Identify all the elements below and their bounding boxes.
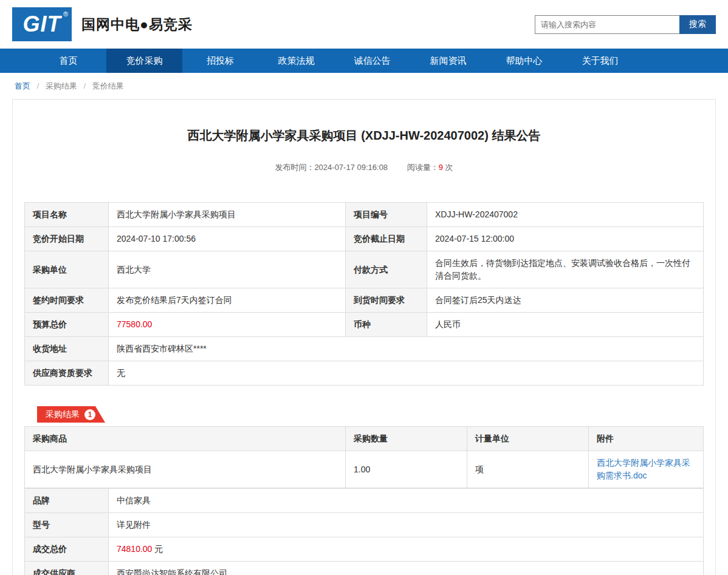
table-row: 项目名称 西北大学附属小学家具采购项目 项目编号 XDJJ-HW-2024070… [25, 203, 704, 227]
purchase-result-badge: 采购结果 1 [37, 406, 105, 423]
deal-total-price-value: 74810.00 [117, 544, 152, 554]
nav-item-bidding-purchase[interactable]: 竞价采购 [106, 49, 182, 73]
field-value: 详见附件 [109, 513, 704, 537]
breadcrumb-separator: / [37, 81, 39, 90]
breadcrumb-bidding-results: 竞价结果 [92, 81, 124, 90]
measure-unit: 项 [467, 451, 589, 488]
site-logo[interactable]: GIT ® [12, 7, 72, 41]
search-area: 搜索 [535, 15, 716, 34]
site-title: 国网中电●易竞采 [81, 15, 193, 34]
breadcrumb: 首页 / 采购结果 / 竞价结果 [0, 73, 728, 98]
nav-item-help-center[interactable]: 帮助中心 [486, 49, 562, 73]
views-unit: 次 [445, 163, 453, 172]
table-row: 竞价开始日期 2024-07-10 17:00:56 竞价截止日期 2024-0… [25, 227, 704, 251]
logo-registered-mark: ® [63, 10, 68, 18]
nav-item-home[interactable]: 首页 [30, 49, 106, 73]
field-value: 西北大学 [109, 251, 346, 288]
site-header: GIT ® 国网中电●易竞采 搜索 [0, 0, 728, 49]
purchase-result-table: 采购商品 采购数量 计量单位 附件 西北大学附属小学家具采购项目 1.00 项 … [24, 426, 704, 488]
deal-total-price: 74810.00 元 [109, 537, 704, 562]
table-header-row: 采购商品 采购数量 计量单位 附件 [25, 427, 704, 451]
project-info-table: 项目名称 西北大学附属小学家具采购项目 项目编号 XDJJ-HW-2024070… [24, 202, 704, 386]
views-label: 阅读量： [407, 163, 439, 172]
table-row: 成交总价 74810.00 元 [25, 537, 704, 562]
publish-time-value: 2024-07-17 09:16:08 [314, 163, 388, 172]
field-value: 人民币 [427, 313, 704, 337]
field-value: 2024-07-15 12:00:00 [427, 227, 704, 251]
table-row: 收货地址 陕西省西安市碑林区**** [25, 337, 704, 361]
column-header-product: 采购商品 [25, 427, 346, 451]
field-value: 中信家具 [109, 489, 704, 513]
field-label: 收货地址 [25, 337, 109, 361]
breadcrumb-purchase-results[interactable]: 采购结果 [46, 81, 77, 90]
nav-item-integrity-notices[interactable]: 诚信公告 [334, 49, 410, 73]
purchase-quantity: 1.00 [346, 451, 467, 488]
field-label: 签约时间要求 [25, 288, 109, 313]
field-value: 合同生效后，待货物到达指定地点、安装调试验收合格后，一次性付清合同货款。 [427, 251, 704, 288]
field-label: 型号 [25, 513, 109, 537]
field-label: 币种 [346, 313, 427, 337]
nav-item-news[interactable]: 新闻资讯 [410, 49, 486, 73]
logo-text: GIT [23, 12, 61, 37]
nav-item-about-us[interactable]: 关于我们 [562, 49, 638, 73]
views-count: 9 [439, 163, 443, 172]
publish-time-label: 发布时间： [275, 163, 314, 172]
field-label: 成交供应商 [25, 562, 109, 575]
field-value: 陕西省西安市碑林区**** [109, 337, 704, 361]
column-header-attachment: 附件 [589, 427, 704, 451]
main-nav: 首页 竞价采购 招投标 政策法规 诚信公告 新闻资讯 帮助中心 关于我们 [0, 49, 728, 73]
nav-item-tenders[interactable]: 招投标 [182, 49, 258, 73]
result-details-table: 品牌 中信家具 型号 详见附件 成交总价 74810.00 元 成交供应商 西安… [24, 488, 704, 575]
budget-total-value: 77580.00 [109, 313, 346, 337]
field-label: 到货时间要求 [346, 288, 427, 313]
page-title: 西北大学附属小学家具采购项目 (XDJJ-HW-202407002) 结果公告 [31, 128, 697, 144]
field-label: 竞价开始日期 [25, 227, 109, 251]
field-value: 西北大学附属小学家具采购项目 [109, 203, 346, 227]
nav-item-policies[interactable]: 政策法规 [258, 49, 334, 73]
purchase-result-count-badge: 1 [84, 409, 95, 420]
attachment-link[interactable]: 西北大学附属小学家具采购需求书.doc [597, 458, 690, 480]
field-label: 品牌 [25, 489, 109, 513]
field-value: 无 [109, 361, 704, 386]
field-label: 供应商资质要求 [25, 361, 109, 386]
search-input[interactable] [535, 15, 679, 34]
field-value: XDJJ-HW-202407002 [427, 203, 704, 227]
table-row: 采购单位 西北大学 付款方式 合同生效后，待货物到达指定地点、安装调试验收合格后… [25, 251, 704, 288]
search-button[interactable]: 搜索 [679, 15, 716, 34]
table-row: 品牌 中信家具 [25, 489, 704, 513]
field-label: 采购单位 [25, 251, 109, 288]
breadcrumb-separator: / [84, 81, 86, 90]
field-label: 付款方式 [346, 251, 427, 288]
table-row: 西北大学附属小学家具采购项目 1.00 项 西北大学附属小学家具采购需求书.do… [25, 451, 704, 488]
column-header-quantity: 采购数量 [346, 427, 467, 451]
announcement-meta: 发布时间：2024-07-17 09:16:08 阅读量：9 次 [13, 162, 715, 173]
field-value: 2024-07-10 17:00:56 [109, 227, 346, 251]
field-value: 发布竞价结果后7天内签订合同 [109, 288, 346, 313]
purchase-result-section-header: 采购结果 1 [37, 406, 715, 423]
field-label: 项目编号 [346, 203, 427, 227]
table-row: 供应商资质要求 无 [25, 361, 704, 386]
table-row: 预算总价 77580.00 币种 人民币 [25, 313, 704, 337]
field-label: 项目名称 [25, 203, 109, 227]
breadcrumb-home[interactable]: 首页 [15, 81, 30, 90]
table-row: 成交供应商 西安爵尚达智能系统有限公司 [25, 562, 704, 575]
column-header-unit: 计量单位 [467, 427, 589, 451]
deal-total-price-unit: 元 [152, 544, 163, 554]
purchase-result-badge-label: 采购结果 [46, 409, 80, 419]
field-value: 合同签订后25天内送达 [427, 288, 704, 313]
product-name: 西北大学附属小学家具采购项目 [25, 451, 346, 488]
announcement-card: 西北大学附属小学家具采购项目 (XDJJ-HW-202407002) 结果公告 … [12, 99, 716, 575]
field-label: 成交总价 [25, 537, 109, 562]
attachment-cell: 西北大学附属小学家具采购需求书.doc [589, 451, 704, 488]
field-label: 竞价截止日期 [346, 227, 427, 251]
table-row: 型号 详见附件 [25, 513, 704, 537]
field-label: 预算总价 [25, 313, 109, 337]
field-value: 西安爵尚达智能系统有限公司 [109, 562, 704, 575]
table-row: 签约时间要求 发布竞价结果后7天内签订合同 到货时间要求 合同签订后25天内送达 [25, 288, 704, 313]
